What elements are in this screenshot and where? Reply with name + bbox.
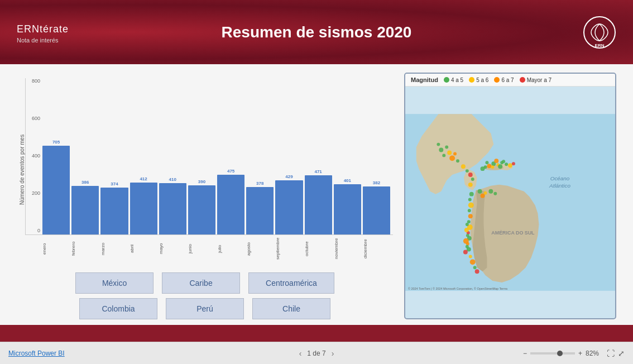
svg-text:Atlántico: Atlántico [549,183,570,189]
y-tick-400: 400 [26,153,42,159]
zoom-minus[interactable]: − [523,349,527,357]
bar-item: 410 [159,89,186,234]
svg-point-39 [485,161,488,164]
x-label: octubre [304,236,332,261]
legend-title: Magnitud [411,76,438,83]
bar-rect [217,175,244,234]
x-label: enero [42,236,69,261]
bar-rect [334,184,361,234]
bar-value: 705 [52,140,60,145]
map-legend: Magnitud 4 a 5 5 a 6 6 a 7 [405,74,615,87]
x-label: abril [130,236,157,261]
svg-point-58 [493,192,497,195]
bar-rect [130,183,157,234]
footer-pagination: ‹ 1 de 7 › [299,349,334,358]
chile-button[interactable]: Chile [252,298,330,319]
peru-button[interactable]: Perú [166,298,244,319]
mexico-button[interactable]: México [75,272,154,294]
centroamerica-button[interactable]: Centroamérica [248,272,334,294]
svg-point-55 [478,189,482,194]
bar-rect [42,146,70,234]
bar-item: 429 [275,89,303,234]
page-current: 1 [307,349,311,357]
svg-point-49 [468,173,473,177]
bar-value: 386 [81,180,89,185]
bar-value: 378 [256,181,263,186]
next-page-button[interactable]: › [332,349,334,358]
bar-rect [100,188,128,234]
zoom-thumb [557,351,563,356]
svg-point-44 [442,154,445,157]
x-label: noviembre [334,236,361,261]
footer-zoom: − + 82% ⛶ ⤢ [523,349,625,358]
svg-point-18 [469,255,472,258]
x-label: julio [217,236,244,261]
bottom-strip [0,325,633,342]
legend-item-5-6: 5 a 6 [469,77,488,83]
bar-value: 374 [111,181,118,186]
svg-point-23 [464,228,469,232]
legend-label-mayor7: Mayor a 7 [527,77,552,83]
y-ticks: 0 200 400 600 800 [26,78,42,234]
bar-item: 378 [246,89,274,234]
legend-label-4-5: 4 a 5 [451,77,463,83]
legend-label-5-6: 5 a 6 [476,77,488,83]
svg-point-20 [473,266,477,269]
svg-point-34 [498,164,502,169]
bars-group: 705386374412410390475378429471401382 [42,89,390,234]
x-label: diciembre [363,236,390,261]
svg-point-46 [456,159,459,162]
svg-point-25 [463,238,469,244]
bar-rect [275,180,303,234]
bar-item: 401 [334,89,361,234]
map-body: Océano Atlántico AMÉRICA DO SUL [405,87,615,318]
x-label: junio [188,236,215,261]
zoom-slider[interactable] [530,352,575,355]
svg-point-54 [453,152,457,155]
svg-point-57 [488,189,493,194]
svg-point-37 [512,162,515,165]
x-label: febrero [71,236,98,261]
svg-point-51 [468,183,473,187]
svg-point-21 [475,269,479,274]
expand-icon[interactable]: ⤢ [618,349,625,358]
bar-rect [363,186,390,234]
bar-rect [246,187,274,234]
svg-point-19 [470,259,476,265]
svg-point-45 [449,155,455,161]
svg-point-38 [481,166,485,171]
buttons-section: México Caribe Centroamérica Colombia Per… [17,272,393,319]
bar-item: 374 [100,89,128,234]
svg-point-41 [502,160,505,163]
pagination-text: 1 de 7 [307,349,325,357]
svg-point-8 [468,198,472,202]
colombia-button[interactable]: Colombia [79,298,157,319]
svg-point-47 [461,164,466,169]
legend-dot-red [520,77,525,83]
fullscreen-icon[interactable]: ⛶ [607,349,615,358]
bar-item: 412 [130,89,157,234]
zoom-plus[interactable]: + [578,349,582,357]
legend-item-mayor7: Mayor a 7 [520,77,552,83]
legend-dot-yellow [469,77,474,83]
caribe-button[interactable]: Caribe [162,272,240,294]
svg-point-10 [468,209,471,212]
bar-item: 705 [42,89,70,234]
svg-point-33 [491,165,494,169]
svg-point-27 [463,250,468,255]
bar-rect [188,185,215,234]
svg-point-11 [468,214,473,218]
map-container: Magnitud 4 a 5 5 a 6 6 a 7 [404,73,616,319]
x-label: septiembre [275,236,303,261]
prev-page-button[interactable]: ‹ [299,349,302,358]
bar-value: 471 [314,169,322,174]
svg-point-22 [466,223,469,226]
svg-point-9 [468,203,474,208]
y-axis-label: Número de eventos por mes [17,78,25,261]
zoom-percent: 82% [586,349,599,357]
svg-text:Océano: Océano [550,175,570,181]
bar-item: 475 [217,89,244,234]
buttons-row-1: México Caribe Centroamérica [17,272,393,294]
powerbi-link[interactable]: Microsoft Power BI [8,349,65,357]
svg-point-7 [469,192,474,197]
